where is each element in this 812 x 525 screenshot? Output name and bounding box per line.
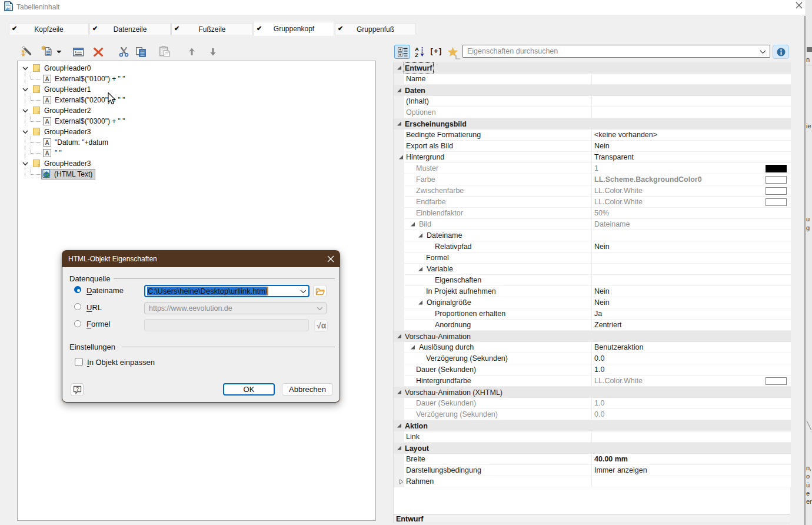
svg-text:A: A bbox=[45, 97, 49, 104]
svg-text:?: ? bbox=[76, 386, 79, 392]
svg-text:A: A bbox=[45, 139, 49, 146]
svg-text:A: A bbox=[45, 150, 49, 157]
svg-text:Z: Z bbox=[415, 52, 418, 58]
svg-text:A: A bbox=[45, 76, 49, 82]
svg-text:A: A bbox=[45, 118, 49, 125]
